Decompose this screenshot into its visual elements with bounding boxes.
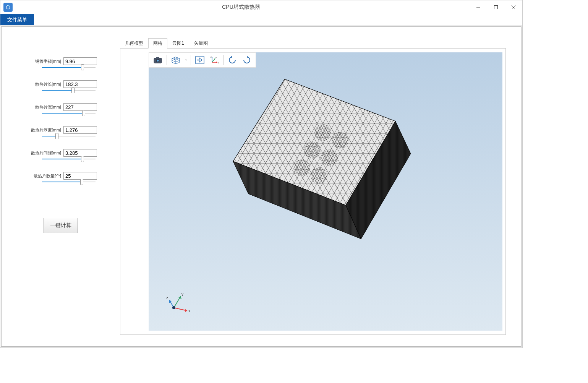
toolbar-divider	[167, 55, 167, 65]
app-window: CPU塔式散热器 文件菜单 铜管半径[mm]	[0, 0, 523, 348]
app-icon	[3, 3, 13, 12]
tab[interactable]: 几何模型	[120, 38, 148, 49]
param-slider[interactable]	[42, 112, 96, 114]
svg-point-24	[314, 124, 331, 141]
param-input[interactable]	[63, 57, 97, 65]
axis-gizmo: x y z	[166, 289, 193, 315]
svg-marker-20	[247, 56, 248, 58]
param-input[interactable]	[63, 80, 97, 88]
tab[interactable]: 矢量图	[189, 38, 213, 49]
mesh-3d-model	[197, 64, 434, 270]
param-row: 散热片厚度[mm]	[24, 126, 97, 137]
param-slider[interactable]	[42, 135, 96, 137]
param-row: 散热片长[mm]	[24, 80, 97, 91]
param-input[interactable]	[63, 149, 97, 157]
svg-text:x: x	[188, 309, 190, 313]
svg-point-28	[293, 159, 310, 176]
param-label: 散热片厚度[mm]	[24, 127, 61, 133]
svg-text:y: y	[215, 56, 217, 58]
svg-point-27	[321, 149, 338, 166]
window-title: CPU塔式散热器	[13, 4, 470, 11]
svg-point-29	[311, 167, 327, 184]
param-input[interactable]	[63, 126, 97, 134]
param-label: 散热片长[mm]	[24, 81, 61, 87]
svg-text:z: z	[166, 296, 168, 300]
param-row: 散热片数量[个]	[24, 172, 97, 183]
param-row: 铜管半径[mm]	[24, 57, 97, 68]
minimize-icon	[476, 5, 481, 10]
file-menu[interactable]: 文件菜单	[0, 14, 34, 25]
svg-point-46	[172, 306, 175, 309]
param-input[interactable]	[63, 172, 97, 180]
svg-marker-19	[231, 56, 232, 58]
compute-button[interactable]: 一键计算	[44, 218, 78, 233]
toolbar-divider	[191, 55, 191, 65]
svg-point-8	[157, 60, 159, 62]
svg-point-26	[304, 142, 321, 159]
param-label: 散热片间隙[mm]	[24, 150, 61, 156]
param-row: 散热片宽[mm]	[24, 103, 97, 114]
maximize-icon	[494, 5, 498, 10]
svg-rect-2	[494, 5, 498, 9]
svg-text:z: z	[211, 56, 212, 58]
param-input[interactable]	[63, 103, 97, 111]
svg-marker-11	[216, 62, 217, 63]
tab[interactable]: 云图1	[167, 38, 189, 49]
param-label: 铜管半径[mm]	[24, 58, 61, 64]
svg-marker-41	[178, 296, 181, 299]
viewer-panel: xyz	[120, 48, 506, 335]
close-icon	[511, 5, 516, 10]
svg-point-25	[332, 132, 348, 149]
render-mode-dropdown[interactable]	[184, 59, 188, 61]
camera-icon[interactable]	[151, 54, 164, 66]
param-label: 散热片数量[个]	[24, 173, 61, 179]
close-button[interactable]	[505, 0, 522, 14]
main-area: 几何模型网格云图1矢量图	[120, 27, 521, 346]
param-row: 散热片间隙[mm]	[24, 149, 97, 160]
menubar: 文件菜单	[0, 14, 522, 26]
param-label: 散热片宽[mm]	[24, 104, 61, 110]
param-slider[interactable]	[42, 67, 96, 68]
param-slider[interactable]	[42, 89, 96, 91]
tabs: 几何模型网格云图1矢量图	[120, 38, 506, 49]
window-controls	[470, 0, 522, 14]
svg-rect-6	[156, 57, 159, 58]
chevron-down-icon	[185, 59, 188, 61]
param-slider[interactable]	[42, 181, 96, 183]
maximize-button[interactable]	[487, 0, 505, 14]
content-area: 铜管半径[mm] 散热片长[mm] 散热片宽[mm] 散热片厚度[mm]	[1, 26, 522, 347]
minimize-button[interactable]	[470, 0, 487, 14]
tab[interactable]: 网格	[148, 38, 167, 49]
parameter-panel: 铜管半径[mm] 散热片长[mm] 散热片宽[mm] 散热片厚度[mm]	[2, 27, 120, 346]
param-slider[interactable]	[42, 158, 96, 160]
svg-text:y: y	[181, 292, 183, 296]
render-mode-icon[interactable]	[169, 54, 182, 66]
titlebar: CPU塔式散热器	[0, 0, 522, 14]
